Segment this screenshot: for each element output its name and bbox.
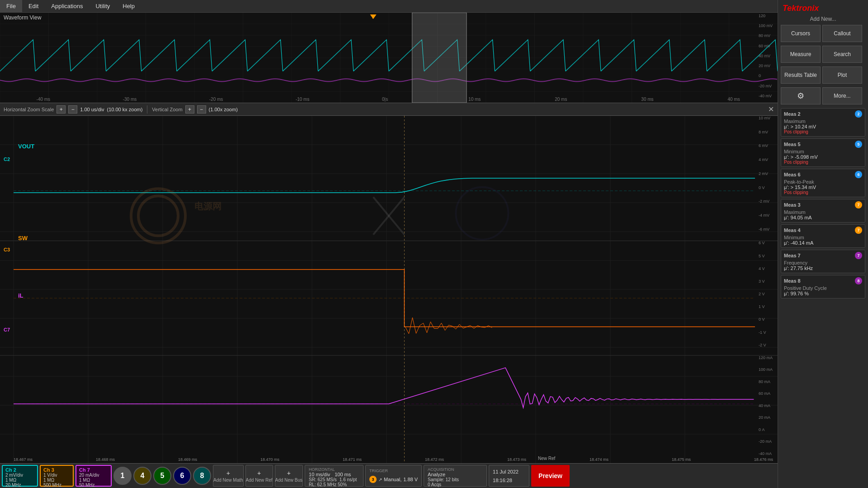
horizontal-zoom-label: Horizontal Zoom Scale [4,107,54,112]
trigger-section[interactable]: Trigger 3 ↗ Manual, 1.88 V [365,465,422,487]
measure-button[interactable]: Measure [781,46,821,63]
acquisition-sample-bits: Sample: 12 bits [428,477,483,482]
zoomed-canvas [0,116,778,463]
meas-type-6: Frequency [784,260,862,265]
meas-type-1: Maximum [784,118,862,124]
bottom-bar: Ch 2 2 mV/div 1 MΩ 20 MHz Ch 3 1 V/div 1… [0,463,778,488]
zoom-close-button[interactable]: ✕ [768,105,774,114]
measurement-item-7[interactable]: Meas 88Positive Duty Cycleμ': 99.76 % [781,275,865,298]
meas-id-4: Meas 3 [784,202,801,208]
meas-value-4: μ': 94.05 mA [784,215,862,220]
ch3-info[interactable]: Ch 3 1 V/div 1 MΩ 500 MHz [40,465,74,487]
search-button[interactable]: Search [822,46,862,63]
callout-button[interactable]: Callout [822,25,862,42]
vertical-zoom-label: Vertical Zoom [152,107,182,112]
ch7-info[interactable]: Ch 7 20 mA/div 1 MΩ 50 MHz [75,465,112,487]
tektronix-logo: Tektronix [778,0,868,15]
ch1-button[interactable]: 1 [113,467,132,485]
measurement-item-6[interactable]: Meas 77Frequencyμ': 27.75 kHz [781,250,865,273]
acquisition-title: Acquisition [428,467,483,472]
add-ref-label: Add New Ref [246,478,273,483]
vertical-zoom-minus[interactable]: − [197,105,206,114]
meas-value-2: μ': > -5.098 mV [784,154,862,160]
measurement-item-5[interactable]: Meas 47Minimumμ': -40.14 mA [781,224,865,248]
measurement-item-3[interactable]: Meas 66Peak-to-Peakμ': > 15.34 mVPos cli… [781,169,865,197]
meas-id-3: Meas 6 [784,172,801,177]
meas-warning-3: Pos clipping [784,190,862,195]
meas-type-7: Positive Duty Cycle [784,285,862,291]
timeline-label-7: 18.474 ms [590,457,609,462]
ch6-button[interactable]: 6 [173,467,191,485]
measurement-item-4[interactable]: Meas 37Maximumμ': 94.05 mA [781,199,865,223]
plot-button[interactable]: Plot [822,66,862,84]
menu-applications[interactable]: Applications [45,0,89,12]
add-new-button[interactable]: Add New... [778,15,868,23]
menu-utility[interactable]: Utility [89,0,116,12]
ch8-button[interactable]: 8 [193,467,211,485]
menu-help[interactable]: Help [116,0,141,12]
ch7-scale: 20 mA/div [79,473,108,478]
menu-edit[interactable]: Edit [22,0,45,12]
timeline-label-3: 18.470 ms [260,457,279,462]
meas-type-2: Minimum [784,149,862,154]
ch2-impedance: 1 MΩ [5,478,34,483]
vertical-zoom-plus[interactable]: + [185,105,194,114]
timeline-label-1: 18.468 ms [96,457,115,462]
timeline-label-5: 18.472 ms [425,457,444,462]
ch4-button[interactable]: 4 [133,467,151,485]
horizontal-sr: SR: 625 MS/s [309,477,337,482]
acquisition-mode: Analyze [428,472,445,477]
horizontal-zoom-minus[interactable]: − [68,105,77,114]
c2-ref-label: C2 [4,156,10,162]
meas-badge-5: 7 [855,227,862,234]
zoomed-waveform-area: VOUT C2 SW C3 iL C7 18.467 ms18.468 ms18… [0,116,778,463]
horizontal-title: Horizontal [309,467,359,472]
date-display: 11 Jul 2022 [493,469,525,474]
waveform-view-title: Waveform View [4,14,41,21]
acquisition-section[interactable]: Acquisition Analyze Sample: 12 bits 0 Ac… [424,465,487,487]
ch2-name: Ch 2 [5,467,34,473]
more-button[interactable]: More... [822,87,862,104]
trigger-level: 1.88 V [403,477,418,482]
add-new-bus-button[interactable]: + Add New Bus [275,465,303,487]
ch3-scale: 1 V/div [43,473,70,478]
horizontal-section[interactable]: Horizontal 10 ms/div 100 ms SR: 625 MS/s… [305,465,363,487]
meas-badge-4: 7 [855,201,862,208]
preview-button[interactable]: Preview [531,465,570,487]
datetime-section: 11 Jul 2022 18:16:28 [489,465,529,487]
c7-ref-label: C7 [4,327,10,332]
ch2-info[interactable]: Ch 2 2 mV/div 1 MΩ 20 MHz [2,465,38,487]
horizontal-zoom-plus[interactable]: + [57,105,66,114]
meas-type-4: Maximum [784,209,862,215]
time-display: 18:16:28 [493,478,525,483]
add-new-ref-button[interactable]: + Add New Ref [245,465,273,487]
horizontal-rl: RL: 62.5 MHz [309,482,336,487]
trigger-title: Trigger [369,469,418,473]
cursors-button[interactable]: Cursors [781,25,821,42]
meas-id-1: Meas 2 [784,111,801,117]
add-new-math-button[interactable]: + Add New Math [213,465,244,487]
measurement-item-1[interactable]: Meas 22Maximumμ': > 10.24 mVPos clipping [781,108,865,137]
timeline-label-8: 18.475 ms [672,457,691,462]
horizontal-zoom-ratio: (10.00 kx zoom) [107,107,142,112]
measurement-item-2[interactable]: Meas 55Minimumμ': > -5.098 mVPos clippin… [781,138,865,167]
timeline-label-4: 18.471 ms [343,457,362,462]
ch3-bandwidth: 500 MHz [43,483,70,488]
meas-value-5: μ': -40.14 mA [784,240,862,246]
ch5-button[interactable]: 5 [153,467,171,485]
settings-button[interactable]: ⚙ [781,87,821,104]
overview-canvas [0,13,778,103]
horizontal-delay: 100 ms [335,472,351,477]
add-ref-icon: + [257,469,261,477]
acquisition-acqs: 0 Acqs [428,482,483,487]
meas-type-5: Minimum [784,235,862,240]
menu-file[interactable]: File [0,0,22,12]
add-math-label: Add New Math [213,478,243,483]
timeline-label-2: 18.469 ms [178,457,197,462]
meas-badge-6: 7 [855,252,862,259]
horizontal-time-div: 10 ms/div [309,472,330,477]
meas-warning-2: Pos clipping [784,160,862,165]
results-table-button[interactable]: Results Table [781,66,821,84]
timeline-label-9: 18.476 ms [754,457,773,462]
meas-warning-1: Pos clipping [784,129,862,134]
